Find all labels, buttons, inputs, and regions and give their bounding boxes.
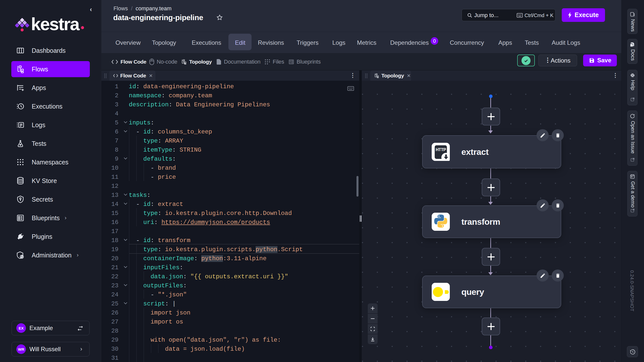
svg-text:HTTP: HTTP — [436, 147, 446, 152]
